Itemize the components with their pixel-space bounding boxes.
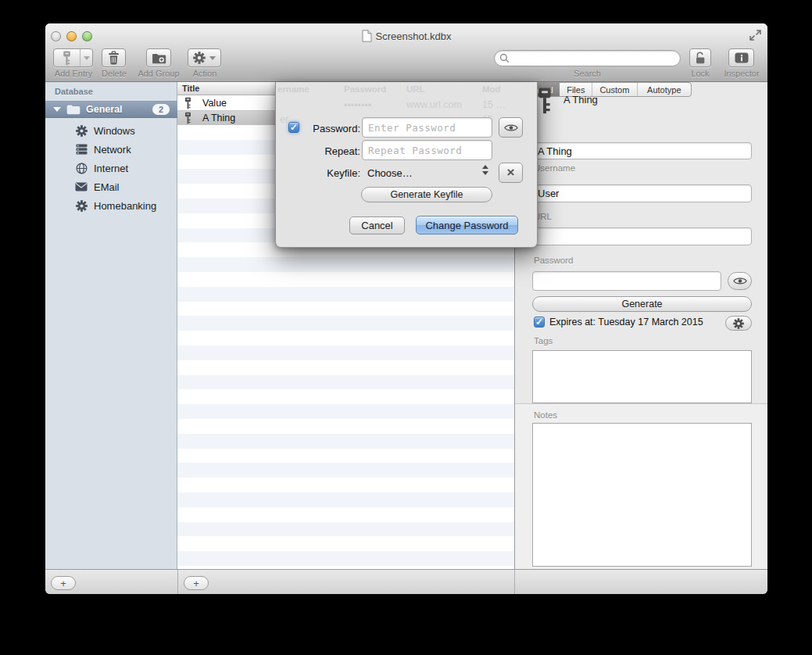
- window-chrome: Screenshot.kdbx Add Entry Delete Add Gro…: [45, 23, 767, 82]
- action-label: Action: [187, 69, 223, 78]
- tab-custom[interactable]: Custom: [592, 83, 636, 96]
- gear-icon: [193, 52, 206, 64]
- key-icon: [184, 97, 191, 109]
- notes-section: Notes: [515, 403, 767, 569]
- dialog-password-label: Password:: [299, 123, 360, 134]
- search-input[interactable]: [512, 52, 680, 65]
- key-icon: [184, 112, 191, 124]
- inspector-panel: A Thing General Files Custom Autotype Us…: [514, 82, 767, 569]
- search-icon: [499, 53, 510, 63]
- ghost-url-header: URL: [406, 84, 425, 94]
- sidebar-header: Database: [55, 87, 93, 96]
- info-icon: [735, 52, 749, 63]
- trash-icon: [108, 51, 120, 65]
- sidebar-group-label: General: [86, 104, 123, 115]
- eye-icon: [733, 277, 747, 285]
- window-title-area: Screenshot.kdbx: [45, 30, 767, 42]
- window-title: Screenshot.kdbx: [376, 30, 452, 42]
- globe-icon: [75, 162, 88, 174]
- password-enable-checkbox[interactable]: ✓: [288, 122, 299, 133]
- notes-textarea[interactable]: [532, 423, 752, 567]
- bottom-bar-divider: [177, 570, 178, 594]
- title-field[interactable]: [532, 142, 752, 159]
- username-label: Username: [534, 163, 575, 173]
- tab-autotype[interactable]: Autotype: [637, 83, 691, 96]
- search-field[interactable]: [494, 50, 681, 66]
- expires-options-button[interactable]: [725, 316, 752, 331]
- chevron-down-icon: [84, 56, 90, 60]
- ghost-password-dots: ••••••••: [344, 100, 371, 111]
- ghost-username-header: ername: [277, 84, 309, 94]
- expires-label: Expires at: Tuesday 17 March 2015: [549, 317, 703, 328]
- dialog-repeat-label: Repeat:: [299, 145, 360, 157]
- sidebar-item-internet[interactable]: Internet: [45, 159, 177, 177]
- envelope-icon: [75, 181, 88, 193]
- inspector-entry-title: A Thing: [563, 94, 598, 106]
- server-icon: [75, 143, 88, 156]
- unlock-icon: [694, 51, 706, 65]
- group-count-badge: 2: [152, 104, 170, 115]
- ghost-url-value: www.url.com: [406, 99, 462, 110]
- lock-button[interactable]: [689, 48, 711, 67]
- eye-icon: [504, 123, 518, 132]
- repeat-password-input[interactable]: [362, 140, 492, 160]
- delete-button[interactable]: [102, 48, 126, 67]
- folder-plus-icon: [152, 52, 166, 64]
- sidebar-item-label: Windows: [94, 125, 135, 137]
- expires-checkbox[interactable]: ✓: [534, 317, 545, 328]
- key-icon: [54, 51, 80, 66]
- show-password-button[interactable]: [499, 117, 523, 138]
- add-entry-button[interactable]: [53, 48, 93, 67]
- username-field[interactable]: [532, 184, 752, 202]
- ghost-modified-header: Mod: [482, 84, 501, 94]
- column-header-title[interactable]: Title: [182, 84, 199, 93]
- tags-label: Tags: [534, 336, 553, 345]
- add-group-plus-button[interactable]: +: [51, 576, 76, 590]
- add-entry-plus-button[interactable]: +: [184, 576, 209, 590]
- ghost-modified-value: 15 …: [482, 99, 506, 110]
- inspector-button[interactable]: [728, 48, 754, 67]
- gear-icon: [75, 199, 88, 212]
- notes-label: Notes: [534, 410, 557, 420]
- dialog-keyfile-label: Keyfile:: [299, 167, 360, 179]
- add-group-button[interactable]: [146, 48, 171, 67]
- action-button[interactable]: [188, 48, 221, 67]
- document-icon: [362, 30, 372, 42]
- sidebar-group-general[interactable]: General 2: [45, 101, 177, 118]
- password-field[interactable]: [532, 271, 721, 291]
- sidebar-item-network[interactable]: Network: [45, 140, 177, 159]
- cancel-button[interactable]: Cancel: [349, 217, 405, 234]
- add-group-label: Add Group: [133, 69, 184, 78]
- reveal-password-button[interactable]: [728, 272, 752, 290]
- popup-stepper-icon[interactable]: [482, 165, 488, 175]
- delete-label: Delete: [97, 69, 131, 78]
- bottom-bar: + +: [45, 569, 767, 594]
- bottom-bar-divider: [514, 570, 515, 594]
- sidebar-item-label: EMail: [94, 181, 120, 193]
- url-field[interactable]: [532, 227, 752, 245]
- ghost-password-header: Password: [344, 84, 386, 94]
- disclosure-triangle-icon[interactable]: [53, 107, 61, 112]
- sidebar-item-windows[interactable]: Windows: [45, 121, 177, 140]
- folder-icon: [66, 104, 80, 115]
- keyfile-popup[interactable]: Choose…: [367, 167, 413, 179]
- ghost-username-rest: er: [280, 114, 288, 125]
- new-password-input[interactable]: [362, 117, 492, 138]
- gear-icon: [75, 124, 88, 137]
- sidebar-item-label: Internet: [94, 163, 128, 174]
- app-window: Screenshot.kdbx Add Entry Delete Add Gro…: [45, 23, 767, 594]
- sidebar-item-homebanking[interactable]: Homebanking: [45, 196, 177, 215]
- change-password-sheet: ername Password URL Mod •••••••• www.url…: [275, 82, 538, 248]
- fullscreen-icon[interactable]: [749, 29, 762, 41]
- lock-label: Lock: [678, 69, 722, 78]
- chevron-down-icon: [209, 56, 216, 60]
- password-label: Password: [534, 256, 574, 265]
- clear-keyfile-button[interactable]: ×: [499, 163, 523, 183]
- generate-password-button[interactable]: Generate: [532, 296, 752, 312]
- tags-textarea[interactable]: [532, 350, 752, 403]
- change-password-button[interactable]: Change Password: [416, 216, 518, 234]
- sidebar-item-email[interactable]: EMail: [45, 177, 177, 196]
- generate-keyfile-button[interactable]: Generate Keyfile: [361, 187, 492, 202]
- add-entry-dropdown[interactable]: [80, 49, 92, 66]
- key-icon: [537, 87, 553, 115]
